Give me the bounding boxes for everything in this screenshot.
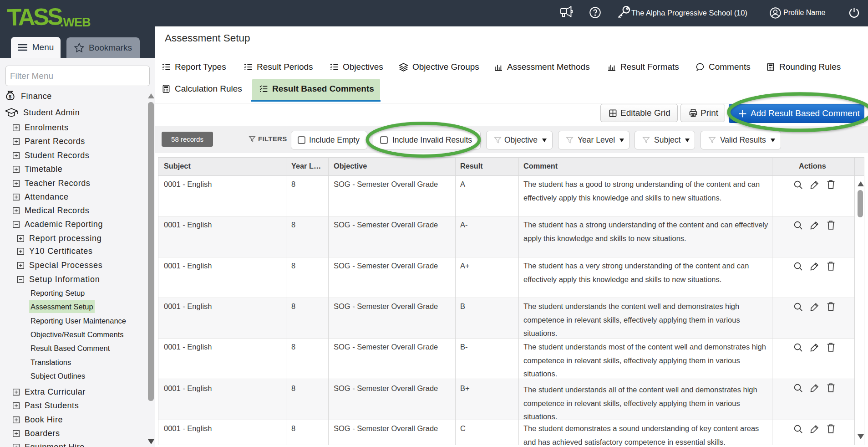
svg-text:TASS: TASS [7, 4, 62, 31]
svg-text:.WEB: .WEB [60, 15, 91, 29]
svg-text:$: $ [9, 94, 11, 99]
